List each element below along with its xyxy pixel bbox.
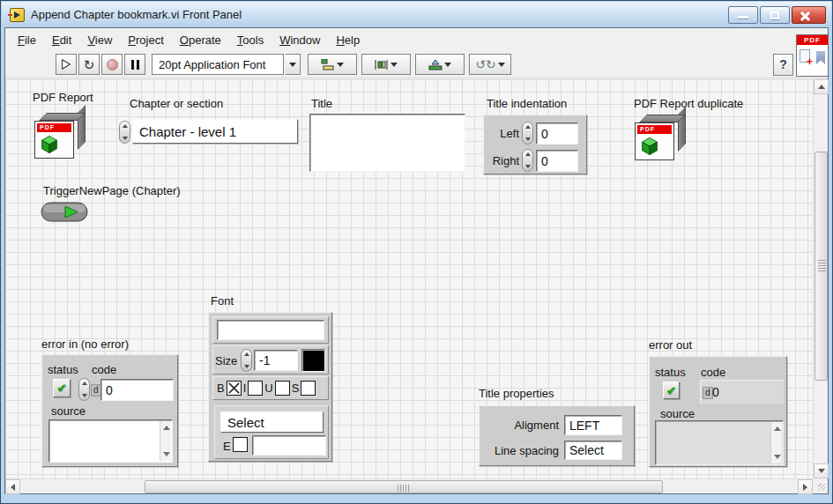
font-color-box[interactable] bbox=[301, 349, 325, 372]
scroll-left-button[interactable] bbox=[5, 479, 20, 494]
menu-operate[interactable]: Operate bbox=[172, 31, 229, 49]
strikeout-checkbox[interactable] bbox=[301, 381, 316, 396]
maximize-button[interactable] bbox=[760, 6, 790, 24]
size-spinner[interactable] bbox=[241, 349, 252, 372]
bold-checkbox[interactable] bbox=[227, 381, 242, 396]
e-checkbox[interactable] bbox=[233, 437, 248, 452]
error-out-label: error out bbox=[649, 338, 692, 352]
font-selector[interactable]: 20pt Application Font bbox=[152, 54, 284, 75]
size-numeric-control[interactable]: -1 bbox=[254, 350, 298, 371]
underline-checkbox[interactable] bbox=[275, 381, 290, 396]
run-continuous-icon: ↻ bbox=[84, 58, 95, 71]
abort-icon bbox=[107, 59, 118, 70]
chapter-spinner[interactable] bbox=[119, 121, 130, 144]
pdf-report-refnum[interactable]: PDF bbox=[34, 113, 86, 159]
vi-icon-banner: PDF bbox=[797, 35, 828, 45]
scroll-right-button[interactable] bbox=[798, 479, 813, 494]
font-selector-dropdown[interactable] bbox=[286, 54, 301, 75]
front-panel-area: PDF Report PDF Chapter or section bbox=[5, 79, 828, 493]
cube-icon bbox=[39, 134, 60, 155]
right-spinner[interactable] bbox=[522, 149, 533, 172]
title-label: Title bbox=[311, 97, 332, 110]
scroll-down-icon[interactable] bbox=[774, 455, 781, 459]
close-button[interactable] bbox=[792, 6, 826, 24]
pdf-report-label: PDF Report bbox=[33, 91, 93, 104]
check-icon: ✔ bbox=[57, 382, 67, 395]
pause-button[interactable] bbox=[124, 54, 145, 75]
trigger-new-page-switch[interactable] bbox=[41, 202, 88, 222]
menu-edit[interactable]: Edit bbox=[44, 31, 79, 49]
scroll-down-button[interactable] bbox=[814, 463, 829, 478]
title-string-control[interactable] bbox=[309, 114, 465, 172]
context-help-button[interactable]: ? bbox=[773, 54, 793, 76]
vertical-scrollbar[interactable] bbox=[813, 79, 828, 478]
menu-help[interactable]: Help bbox=[328, 31, 368, 49]
minimize-button[interactable] bbox=[728, 6, 758, 24]
underline-label: U bbox=[264, 382, 272, 395]
run-icon bbox=[60, 58, 72, 70]
scroll-up-icon[interactable] bbox=[163, 426, 170, 430]
source-label: source bbox=[660, 407, 695, 420]
strikeout-label: S bbox=[292, 382, 300, 395]
alignment-combo[interactable]: LEFT bbox=[564, 415, 622, 435]
icon-side-face bbox=[678, 107, 686, 152]
resize-grip[interactable] bbox=[813, 478, 828, 493]
arrow-down-icon bbox=[818, 469, 825, 473]
menu-view[interactable]: View bbox=[79, 31, 120, 49]
x-mark-icon bbox=[227, 382, 241, 395]
reorder-icon: ↺↻ bbox=[475, 58, 495, 70]
horizontal-scrollbar[interactable] bbox=[5, 478, 813, 493]
resize-objects-button[interactable] bbox=[415, 54, 465, 75]
titlebar[interactable]: Append Chapter bookmark.vi Front Panel bbox=[2, 2, 831, 27]
font-select-ring[interactable]: Select bbox=[220, 411, 324, 433]
menu-tools[interactable]: Tools bbox=[229, 31, 271, 49]
source-label: source bbox=[51, 404, 86, 418]
scroll-down-icon[interactable] bbox=[163, 452, 170, 456]
italic-checkbox[interactable] bbox=[248, 381, 263, 396]
left-spinner[interactable] bbox=[522, 122, 533, 145]
line-spacing-combo[interactable]: Select bbox=[564, 441, 622, 460]
status-label: status bbox=[655, 366, 686, 379]
vertical-scrollbar-thumb[interactable] bbox=[814, 152, 828, 381]
scroll-up-icon[interactable] bbox=[774, 426, 781, 431]
left-numeric-control[interactable]: 0 bbox=[536, 122, 578, 145]
status-label: status bbox=[48, 363, 78, 376]
title-indentation-cluster: Left 0 Right 0 bbox=[483, 115, 587, 174]
menu-file[interactable]: File bbox=[10, 31, 44, 49]
chapter-ring-control[interactable]: Chapter - level 1 bbox=[132, 119, 298, 144]
pdf-banner: PDF bbox=[37, 123, 71, 132]
code-spinner[interactable] bbox=[78, 378, 90, 401]
arrow-up-icon bbox=[818, 85, 825, 89]
abort-button[interactable] bbox=[101, 54, 123, 75]
menu-window[interactable]: Window bbox=[271, 31, 328, 49]
code-value: 0 bbox=[712, 385, 719, 399]
scroll-up-button[interactable] bbox=[814, 79, 829, 94]
font-name-string-control[interactable] bbox=[217, 320, 324, 340]
code-numeric-control[interactable]: 0 bbox=[100, 379, 174, 401]
vi-icon[interactable]: PDF + bbox=[796, 34, 829, 77]
chevron-down-icon bbox=[289, 63, 296, 67]
source-scrollbar[interactable] bbox=[770, 422, 782, 463]
source-scrollbar[interactable] bbox=[160, 421, 171, 461]
bold-label: B bbox=[217, 382, 225, 395]
title-indentation-label: Title indentation bbox=[487, 97, 567, 110]
e-string-control[interactable] bbox=[252, 435, 326, 456]
horizontal-scrollbar-thumb[interactable] bbox=[145, 480, 663, 493]
source-string-control[interactable] bbox=[48, 419, 173, 463]
pdf-report-duplicate-refnum[interactable]: PDF bbox=[635, 115, 686, 160]
cube-icon bbox=[639, 136, 660, 157]
run-button[interactable] bbox=[56, 54, 77, 75]
menu-project[interactable]: Project bbox=[120, 31, 171, 49]
align-objects-button[interactable] bbox=[308, 54, 357, 75]
code-radix[interactable]: d bbox=[91, 384, 101, 397]
status-boolean[interactable]: ✔ bbox=[53, 379, 71, 397]
window-content: File Edit View Project Operate Tools Win… bbox=[4, 27, 829, 494]
distribute-objects-button[interactable] bbox=[361, 54, 411, 75]
title-properties-cluster: Aligment LEFT Line spacing Select bbox=[479, 405, 635, 466]
reorder-button[interactable]: ↺↻ bbox=[469, 54, 511, 75]
right-numeric-control[interactable]: 0 bbox=[536, 150, 578, 172]
icon-front-face: PDF bbox=[34, 121, 74, 159]
chapter-or-section-label: Chapter or section bbox=[130, 97, 223, 110]
thumb-grip bbox=[818, 260, 826, 272]
run-continuous-button[interactable]: ↻ bbox=[78, 54, 100, 75]
